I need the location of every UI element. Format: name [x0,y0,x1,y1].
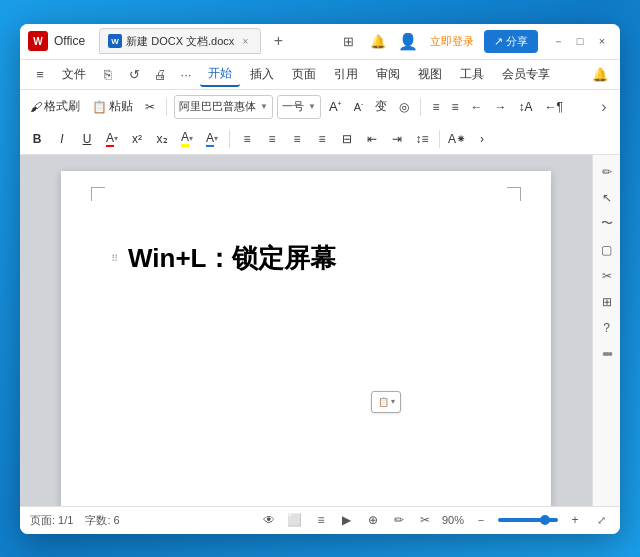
cut-button[interactable]: ✂ [141,94,159,120]
font-name-chevron: ▼ [260,102,268,111]
share-button[interactable]: ↗ 分享 [484,30,538,53]
font-name-select[interactable]: 阿里巴巴普惠体 ▼ [174,95,273,119]
zoom-slider[interactable] [498,518,558,522]
sidebar-grid-icon[interactable]: ⊞ [596,291,618,313]
status-globe-icon[interactable]: ⊕ [364,511,382,529]
minimize-button[interactable]: － [548,31,568,51]
sidebar-rect-icon[interactable]: ▢ [596,239,618,261]
sidebar-cursor-icon[interactable]: ↖ [596,187,618,209]
highlight-dropdown[interactable]: ▾ [189,134,193,143]
menu-file[interactable]: 文件 [54,63,94,86]
text-effects-button[interactable]: A⁕ [446,128,468,150]
font-color2-dropdown[interactable]: ▾ [214,134,218,143]
bold-button[interactable]: B [26,128,48,150]
menu-tools[interactable]: 工具 [452,63,492,86]
paste-options-widget[interactable]: 📋 ▾ [371,391,401,413]
maximize-button[interactable]: □ [570,31,590,51]
avatar-icon[interactable]: 👤 [396,29,420,53]
menu-review[interactable]: 审阅 [368,63,408,86]
outdent-button[interactable]: ← [466,94,486,120]
status-scissors-icon[interactable]: ✂ [416,511,434,529]
font-grow-button[interactable]: A+ [325,94,346,120]
menu-references[interactable]: 引用 [326,63,366,86]
menu-view[interactable]: 视图 [410,63,450,86]
list-style-button[interactable]: ≡ [428,94,443,120]
paste-widget-icon: 📋 [378,397,389,407]
tab-title: 新建 DOCX 文档.docx [126,34,234,49]
status-outline-view-icon[interactable]: ≡ [312,511,330,529]
menu-member[interactable]: 会员专享 [494,63,558,86]
menu-save-icon[interactable]: ⎘ [96,62,120,86]
sidebar-help-icon[interactable]: ? [596,317,618,339]
status-pen-icon[interactable]: ✏ [390,511,408,529]
bell-icon[interactable]: 🔔 [366,29,390,53]
sidebar-pen-icon[interactable]: ✏ [596,161,618,183]
clear-format-button[interactable]: ◎ [395,94,413,120]
zoom-minus-button[interactable]: － [472,511,490,529]
sidebar-scissors-icon[interactable]: ✂ [596,265,618,287]
document-page: ⠿ Win+L：锁定屏幕 📋 ▾ [61,171,551,506]
highlight-button[interactable]: A ▾ [176,128,198,150]
paragraph-button[interactable]: ←¶ [540,94,566,120]
title-bar-right: ⊞ 🔔 👤 立即登录 ↗ 分享 － □ × [336,29,612,53]
font-color-dropdown[interactable]: ▾ [114,134,118,143]
menu-print-icon[interactable]: 🖨 [148,62,172,86]
new-tab-button[interactable]: + [267,30,289,52]
toolbar-expand-button[interactable]: › [594,97,614,117]
font-shrink-button[interactable]: A- [350,94,368,120]
zoom-slider-thumb[interactable] [540,515,550,525]
align-center-button[interactable]: ≡ [261,128,283,150]
distributed-button[interactable]: ⊟ [336,128,358,150]
status-bar-left: 页面: 1/1 字数: 6 [30,513,120,528]
menu-bell-icon[interactable]: 🔔 [588,62,612,86]
sidebar-more-icon[interactable]: ••• [596,343,618,365]
status-play-icon[interactable]: ▶ [338,511,356,529]
document-content-area[interactable]: ⠿ Win+L：锁定屏幕 [111,241,501,276]
paste-button[interactable]: 📋 粘贴 [88,94,137,120]
font-change-button[interactable]: 变 [371,94,391,120]
font-color2-button[interactable]: A ▾ [201,128,223,150]
line-spacing-button[interactable]: ↕A [514,94,536,120]
login-button[interactable]: 立即登录 [426,32,478,51]
fullscreen-button[interactable]: ⤢ [592,511,610,529]
indent-less2-button[interactable]: ⇤ [361,128,383,150]
underline-button[interactable]: U [76,128,98,150]
subscript-button[interactable]: x₂ [151,128,173,150]
font-size-select[interactable]: 一号 ▼ [277,95,321,119]
zoom-plus-button[interactable]: + [566,511,584,529]
menu-insert[interactable]: 插入 [242,63,282,86]
menu-home[interactable]: 开始 [200,62,240,87]
font-shrink-icon: A- [354,100,364,113]
indent-button[interactable]: → [490,94,510,120]
align-right-button[interactable]: ≡ [286,128,308,150]
clear-format-icon: ◎ [399,100,409,114]
menu-undo-icon[interactable]: ↺ [122,62,146,86]
paragraph-spacing-button[interactable]: ↕≡ [411,128,433,150]
toolbar-separator-3 [229,130,230,148]
menu-hamburger-icon[interactable]: ≡ [28,62,52,86]
format-style-button[interactable]: 🖌 格式刷 [26,94,84,120]
status-eye-icon[interactable]: 👁 [260,511,278,529]
word-count-label: 字数: 6 [85,513,119,528]
document-tab[interactable]: W 新建 DOCX 文档.docx × [99,28,261,54]
numbering-button[interactable]: ≡ [447,94,462,120]
tab-close-button[interactable]: × [238,34,252,48]
italic-button[interactable]: I [51,128,73,150]
status-page-view-icon[interactable]: ⬜ [286,511,304,529]
superscript-button[interactable]: x² [126,128,148,150]
document-scroll-area[interactable]: ⠿ Win+L：锁定屏幕 📋 ▾ [20,155,592,506]
indent-more2-button[interactable]: ⇥ [386,128,408,150]
align-left-button[interactable]: ≡ [236,128,258,150]
close-button[interactable]: × [592,31,612,51]
grid-icon[interactable]: ⊞ [336,29,360,53]
menu-more-icon[interactable]: ··· [174,62,198,86]
sidebar-wave-icon[interactable]: 〜 [596,213,618,235]
font-name-value: 阿里巴巴普惠体 [179,99,256,114]
document-text[interactable]: Win+L：锁定屏幕 [128,241,336,276]
menu-page[interactable]: 页面 [284,63,324,86]
drag-handle-icon[interactable]: ⠿ [111,253,118,264]
font-color-button[interactable]: A ▾ [101,128,123,150]
more-options-button[interactable]: › [471,128,493,150]
paste-widget-dropdown[interactable]: ▾ [391,397,395,406]
justify-button[interactable]: ≡ [311,128,333,150]
